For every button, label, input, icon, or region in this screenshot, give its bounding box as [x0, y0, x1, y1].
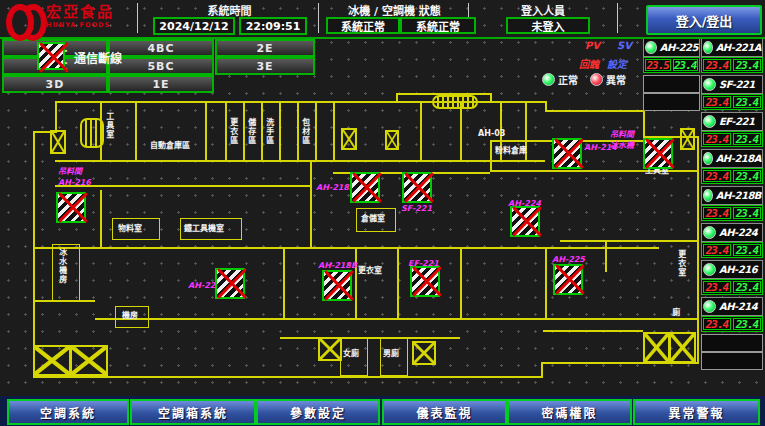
- hmi-screen: 宏亞食品 HUNYA FOODS 系統時間 2024/12/12 22:09:5…: [0, 0, 765, 426]
- abnormal-label: 異常: [606, 72, 626, 87]
- equipment-comm-loss-icon[interactable]: [56, 192, 86, 223]
- unit-row-ah-224[interactable]: AH-224: [701, 223, 763, 242]
- wall-line: [33, 131, 35, 378]
- unit-values-ah-225: 23.523.4: [643, 57, 700, 73]
- equipment-comm-loss-icon[interactable]: [402, 172, 432, 203]
- abnormal-lamp-icon: [590, 73, 603, 86]
- pv-value: 23.4: [703, 96, 731, 108]
- login-status-value: 未登入: [506, 17, 590, 34]
- shaft-x-icon: [643, 332, 670, 363]
- nav-button-ahu-system[interactable]: 空調箱系統: [130, 399, 256, 425]
- wall-line: [605, 240, 607, 272]
- unit-row-ah-218b[interactable]: AH-218B: [701, 186, 763, 205]
- floor-button-5bc[interactable]: 5BC: [108, 57, 214, 75]
- equipment-comm-loss-icon[interactable]: [350, 172, 380, 203]
- login-user-label: 登入人員: [472, 2, 614, 18]
- header-divider: [137, 3, 138, 33]
- shaft-x-icon: [318, 337, 342, 361]
- empty-slot: [643, 93, 700, 111]
- floor-button-3d[interactable]: 3D: [2, 75, 108, 93]
- equipment-comm-loss-icon[interactable]: [322, 270, 352, 301]
- wall-line: [460, 101, 462, 162]
- wall-line: [355, 247, 357, 318]
- unit-row-ah-225[interactable]: AH-225: [643, 38, 700, 57]
- nav-button-hvac-system[interactable]: 空調系統: [7, 399, 129, 425]
- room-label: 更衣室: [676, 250, 685, 277]
- pv-value: 23.4: [703, 59, 731, 71]
- unit-name: AH-225: [660, 42, 698, 53]
- unit-values-ah-216: 23.423.4: [701, 279, 763, 295]
- pv-label: PV: [585, 40, 600, 51]
- wall-line: [33, 376, 543, 378]
- equipment-comm-loss-icon[interactable]: [552, 138, 582, 169]
- unit-status-lamp: [703, 263, 716, 276]
- bottom-nav-bar: 空調系統空調箱系統參數設定儀表監視密碼權限異常警報: [0, 396, 765, 426]
- wall-line: [100, 190, 102, 247]
- nav-button-alarm-report[interactable]: 異常警報: [633, 399, 760, 425]
- floor-button-4bc[interactable]: 4BC: [108, 39, 214, 57]
- room-label: 倉儲室: [361, 215, 385, 224]
- empty-slot: [643, 75, 700, 93]
- system-time-value: 22:09:51: [239, 17, 307, 35]
- wall-line: [55, 160, 545, 162]
- wall-line: [225, 101, 227, 162]
- unit-row-ah-218a[interactable]: AH-218A: [701, 149, 763, 168]
- wall-line: [490, 93, 492, 103]
- nav-button-password-authority[interactable]: 密碼權限: [507, 399, 632, 425]
- unit-values-sf-221: 23.423.4: [701, 94, 763, 110]
- wall-line: [396, 93, 398, 103]
- equipment-comm-loss-icon[interactable]: [510, 206, 540, 237]
- floor-button-2e[interactable]: 2E: [215, 39, 315, 57]
- wall-line: [135, 101, 137, 162]
- wall-line: [310, 160, 312, 247]
- unit-status-lamp: [703, 41, 713, 54]
- wall-line: [545, 247, 547, 318]
- header-divider: [318, 3, 319, 33]
- equipment-comm-loss-icon[interactable]: [553, 264, 583, 295]
- room-label: 物料室: [118, 225, 142, 234]
- floor-button-3e[interactable]: 3E: [215, 57, 315, 75]
- sv-value: 23.4: [733, 207, 761, 219]
- unit-row-ah-214[interactable]: AH-214: [701, 297, 763, 316]
- wall-line: [33, 247, 659, 249]
- shaft-x-icon: [33, 345, 71, 376]
- unit-values-ah-214: 23.423.4: [701, 316, 763, 332]
- wall-line: [397, 247, 399, 318]
- equipment-comm-loss-icon[interactable]: [643, 138, 673, 169]
- unit-row-sf-221[interactable]: SF-221: [701, 75, 763, 94]
- unit-status-lamp: [703, 189, 713, 202]
- equipment-comm-loss-icon[interactable]: [410, 266, 440, 297]
- equipment-label: 吊料間: [610, 131, 634, 140]
- company-logo: 宏亞食品 HUNYA FOODS: [6, 2, 114, 32]
- unit-name: AH-218A: [716, 153, 761, 164]
- wall-line: [243, 101, 245, 162]
- sv-value: 23.4: [733, 244, 761, 256]
- wall-line: [297, 101, 299, 162]
- unit-values-ah-224: 23.423.4: [701, 242, 763, 258]
- unit-row-ef-221[interactable]: EF-221: [701, 112, 763, 131]
- unit-name: AH-224: [719, 227, 757, 238]
- nav-button-parameter-settings[interactable]: 參數設定: [256, 399, 380, 425]
- normal-legend: 正常: [542, 72, 578, 87]
- sv-value: 23.4: [673, 59, 699, 71]
- room-label: 鐵工具機室: [184, 225, 224, 234]
- floor-button-1e[interactable]: 1E: [108, 75, 214, 93]
- unit-row-ah-221a[interactable]: AH-221A: [701, 38, 763, 57]
- wall-line: [261, 101, 263, 162]
- equipment-comm-loss-icon[interactable]: [215, 268, 245, 299]
- nav-button-meter-monitor[interactable]: 儀表監視: [382, 399, 507, 425]
- pv-value: 23.4: [703, 170, 731, 182]
- room-label: 包材區: [300, 118, 309, 145]
- sv-value: 23.4: [733, 96, 761, 108]
- hunya-logo-icon: [6, 2, 42, 32]
- comm-loss-icon: [37, 42, 65, 70]
- unit-name: AH-214: [719, 301, 757, 312]
- unit-row-ah-216[interactable]: AH-216: [701, 260, 763, 279]
- wall-line: [280, 337, 460, 339]
- login-logout-button[interactable]: 登入/登出: [646, 5, 762, 35]
- equipment-label: SF-221: [401, 205, 432, 214]
- setpoint-label: 設定: [607, 56, 627, 71]
- stairs-icon: [432, 95, 478, 109]
- shaft-x-icon: [341, 128, 357, 150]
- room-label: AH-03: [478, 130, 505, 139]
